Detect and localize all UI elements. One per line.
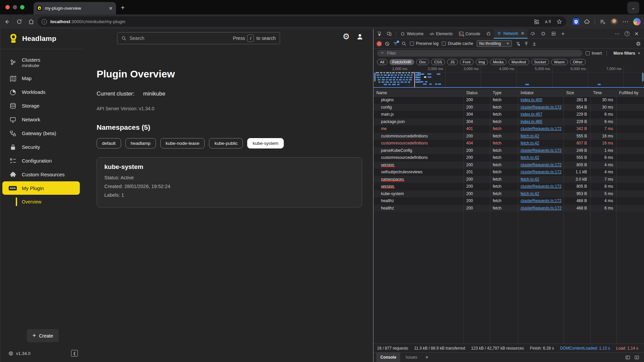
- network-conditions-icon[interactable]: [515, 41, 521, 46]
- tab-welcome[interactable]: Welcome: [397, 29, 427, 39]
- request-chip-js[interactable]: JS: [447, 59, 458, 65]
- devtools-help-icon[interactable]: ?: [625, 31, 630, 36]
- column-divider[interactable]: [490, 89, 490, 344]
- request-chip-socket[interactable]: Socket: [531, 59, 549, 65]
- network-request-row[interactable]: version200fetchclusterRequests.ts:172805…: [374, 183, 644, 190]
- tab-console[interactable]: Console: [456, 29, 483, 39]
- tab-close-icon[interactable]: ✕: [109, 6, 113, 11]
- browser-menu-icon[interactable]: ⋯: [623, 18, 629, 25]
- sidebar-collapse-button[interactable]: ❮: [71, 350, 78, 357]
- close-window-button[interactable]: [5, 5, 10, 9]
- filter-toggle-icon[interactable]: [393, 42, 398, 46]
- more-filters-button[interactable]: More filters ▼: [613, 51, 641, 56]
- profile-avatar[interactable]: [610, 18, 618, 25]
- application-storage-icon[interactable]: [548, 29, 559, 39]
- network-request-row[interactable]: plugins200fetchindex.ts:400281 B30 ms: [374, 97, 644, 104]
- network-request-row[interactable]: parseKubeConfig200fetchclusterRequests.t…: [374, 147, 644, 155]
- record-network-log-button[interactable]: [377, 42, 381, 46]
- network-request-row[interactable]: main.js304fetchindex.ts:457229 B6 ms: [374, 111, 644, 118]
- site-info-icon[interactable]: i: [42, 19, 47, 24]
- tab-network[interactable]: Network ✕: [494, 29, 528, 39]
- network-request-row[interactable]: customresourcedefinitions200fetchfetch.t…: [374, 154, 644, 162]
- column-header-initiator[interactable]: Initiator: [518, 89, 564, 96]
- request-initiator-link[interactable]: index.ts:457: [521, 112, 542, 117]
- request-initiator-link[interactable]: clusterRequests.ts:172: [521, 126, 561, 131]
- network-request-row[interactable]: healthz200fetchclusterRequests.ts:172468…: [374, 197, 644, 205]
- request-initiator-link[interactable]: clusterRequests.ts:172: [521, 148, 561, 153]
- device-emulation-icon[interactable]: [384, 29, 394, 39]
- copilot-icon[interactable]: [633, 18, 641, 25]
- extensions-puzzle-icon[interactable]: [584, 19, 590, 25]
- namespace-chip-kube-node-lease[interactable]: kube-node-lease: [160, 138, 205, 148]
- create-button[interactable]: + Create: [27, 329, 59, 342]
- reload-icon[interactable]: [14, 17, 24, 27]
- network-search-icon[interactable]: [401, 41, 407, 46]
- devtools-menu-icon[interactable]: ⋯: [612, 31, 623, 37]
- request-initiator-link[interactable]: fetch.ts:42: [521, 177, 539, 182]
- collections-icon[interactable]: [600, 19, 606, 24]
- sidebar-item-security[interactable]: Security: [0, 140, 83, 154]
- user-account-icon[interactable]: [356, 33, 364, 41]
- column-divider[interactable]: [464, 89, 464, 344]
- clear-network-log-icon[interactable]: [385, 41, 390, 46]
- request-chip-img[interactable]: Img: [476, 59, 488, 65]
- column-divider[interactable]: [590, 89, 591, 344]
- table-header-row[interactable]: NameStatusTypeInitiatorSizeTimeFulfilled…: [374, 89, 644, 97]
- request-initiator-link[interactable]: index.ts:400: [521, 98, 542, 102]
- favorite-star-icon[interactable]: [556, 19, 562, 24]
- timeline-left-handle[interactable]: [374, 73, 376, 81]
- back-icon[interactable]: [2, 17, 12, 27]
- network-request-row[interactable]: package.json304fetchindex.ts:465229 B6 m…: [374, 118, 644, 126]
- address-bar[interactable]: i localhost:3000/c/minikube/my-plugin A: [38, 16, 566, 27]
- tab-elements[interactable]: </> Elements: [427, 29, 456, 39]
- browser-tab[interactable]: my-plugin-overview ✕: [34, 2, 116, 14]
- request-chip-fetch-xhr[interactable]: Fetch/XHR: [389, 59, 414, 65]
- network-request-row[interactable]: config200fetchclusterRequests.ts:172654 …: [374, 104, 644, 111]
- timeline-right-handle[interactable]: [642, 73, 644, 81]
- version-row[interactable]: v1.34.0: [8, 351, 31, 356]
- sidebar-item-my-plugin[interactable]: NEWMy Plugin: [2, 181, 80, 195]
- memory-chip-icon[interactable]: [538, 29, 548, 39]
- devtools-close-icon[interactable]: ✕: [632, 31, 641, 37]
- request-initiator-link[interactable]: clusterRequests.ts:172: [521, 170, 561, 174]
- request-chip-all[interactable]: All: [377, 59, 387, 65]
- namespace-chip-default[interactable]: default: [97, 138, 121, 148]
- drawer-expand-icon[interactable]: [634, 355, 639, 360]
- request-initiator-link[interactable]: clusterRequests.ts:172: [521, 105, 561, 110]
- request-chip-css[interactable]: CSS: [431, 59, 445, 65]
- column-divider[interactable]: [616, 89, 617, 344]
- request-chip-doc[interactable]: Doc: [416, 59, 429, 65]
- sidebar-item-configuration[interactable]: Configuration: [0, 154, 83, 168]
- sidebar-item-storage[interactable]: Storage: [0, 99, 83, 113]
- namespace-chip-headlamp[interactable]: headlamp: [125, 138, 156, 148]
- drawer-more-tabs-icon[interactable]: +: [423, 354, 431, 360]
- network-settings-gear-icon[interactable]: ⚙: [636, 41, 641, 47]
- disable-cache-box[interactable]: [442, 42, 446, 46]
- request-chip-font[interactable]: Font: [460, 59, 474, 65]
- network-tab-close-icon[interactable]: ✕: [521, 31, 525, 36]
- network-request-row[interactable]: me401fetchclusterRequests.ts:172342 B7 m…: [374, 125, 644, 133]
- request-initiator-link[interactable]: clusterRequests.ts:172: [521, 198, 561, 203]
- namespace-chip-kube-public[interactable]: kube-public: [209, 138, 243, 148]
- request-initiator-link[interactable]: clusterRequests.ts:172: [521, 184, 561, 189]
- window-controls[interactable]: [5, 5, 24, 9]
- export-har-icon[interactable]: [532, 41, 537, 46]
- tab-list-dropdown-button[interactable]: ⌄: [627, 2, 639, 14]
- network-request-row[interactable]: customresourcedefinitions404fetchfetch.t…: [374, 140, 644, 147]
- column-header-size[interactable]: Size: [564, 89, 590, 96]
- request-initiator-link[interactable]: index.ts:465: [521, 119, 542, 124]
- column-divider[interactable]: [518, 89, 518, 344]
- network-request-row[interactable]: kube-system200fetchfetch.ts:42953 B5 ms: [374, 190, 644, 198]
- sidebar-item-network[interactable]: Network: [0, 113, 83, 126]
- invert-box[interactable]: [586, 51, 590, 55]
- read-aloud-icon[interactable]: A: [545, 19, 551, 24]
- request-initiator-link[interactable]: fetch.ts:42: [521, 191, 539, 196]
- minimize-window-button[interactable]: [13, 5, 17, 9]
- sidebar-item-workloads[interactable]: Workloads: [0, 85, 83, 99]
- column-header-time[interactable]: Time: [590, 89, 616, 96]
- request-initiator-link[interactable]: fetch.ts:42: [521, 141, 539, 145]
- request-chip-manifest[interactable]: Manifest: [508, 59, 529, 65]
- network-request-row[interactable]: healthz200fetchclusterRequests.ts:172468…: [374, 205, 644, 212]
- column-header-name[interactable]: Name: [374, 89, 464, 96]
- import-har-icon[interactable]: [524, 41, 529, 46]
